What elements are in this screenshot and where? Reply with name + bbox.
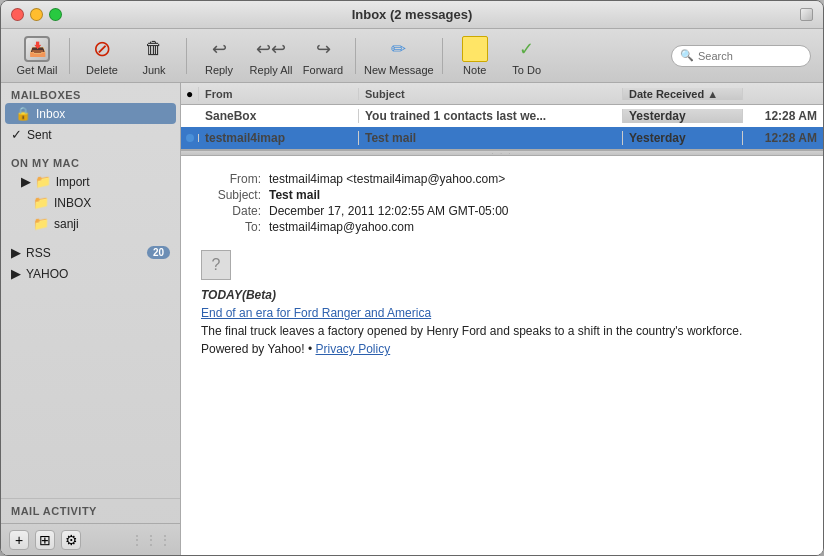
email-row-1[interactable]: SaneBox You trained 1 contacts last we..… [181,105,823,127]
settings-button[interactable]: ⚙ [61,530,81,550]
sidebar-item-inbox-local[interactable]: 📁 INBOX [1,192,180,213]
subject-2: Test mail [359,131,623,145]
col-header-from: From [199,88,359,100]
sort-arrow-icon: ▲ [707,88,718,100]
sidebar-item-import[interactable]: ▶ 📁 Import [1,171,180,192]
search-box[interactable]: 🔍 [671,45,811,67]
sidebar-bottom: + ⊞ ⚙ ⋮⋮⋮ [1,523,180,555]
time-2: 12:28 AM [743,131,823,145]
main-window: Inbox (2 messages) 📥 Get Mail ⊘ Delete 🗑… [0,0,824,556]
rss-section: ▶ RSS 20 ▶ YAHOO [1,242,180,284]
date-2: Yesterday [623,131,743,145]
reply-button[interactable]: ↩ Reply [195,32,243,80]
close-button[interactable] [11,8,24,21]
subject-label: Subject: [201,188,261,202]
edit-mailbox-button[interactable]: ⊞ [35,530,55,550]
sidebar-item-sent[interactable]: ✓ Sent [1,124,180,145]
search-input[interactable] [698,50,802,62]
toolbar-separator-4 [442,38,443,74]
date-label: Date: [201,204,261,218]
reply-all-icon: ↩↩ [258,36,284,62]
toolbar-separator-1 [69,38,70,74]
mailboxes-label: MAILBOXES [1,83,180,103]
meta-subject-row: Subject: Test mail [201,188,803,202]
from-label: From: [201,172,261,186]
yahoo-expand-icon: ▶ [11,266,21,281]
from-1: SaneBox [199,109,359,123]
email-list-header: ● From Subject Date Received ▲ [181,83,823,105]
from-value: testmail4imap <testmail4imap@yahoo.com> [269,172,505,186]
inbox-folder-icon: 📁 [33,195,49,210]
article-body-para: The final truck leaves a factory opened … [201,324,803,338]
rss-expand-icon: ▶ [11,245,21,260]
delete-button[interactable]: ⊘ Delete [78,32,126,80]
inbox-lock-icon: 🔒 [15,106,31,121]
reply-icon: ↩ [206,36,232,62]
subject-1: You trained 1 contacts last we... [359,109,623,123]
email-body: ? TODAY(Beta) End of an era for Ford Ran… [201,250,803,356]
window-buttons [11,8,62,21]
sidebar-item-inbox[interactable]: 🔒 Inbox [5,103,176,124]
rss-badge: 20 [147,246,170,259]
unread-indicator-2 [181,134,199,142]
import-folder-icon: ▶ 📁 [21,174,51,189]
sent-check-icon: ✓ [11,127,22,142]
drag-handle: ⋮⋮⋮ [130,532,172,548]
email-row-2[interactable]: testmail4imap Test mail Yesterday 12:28 … [181,127,823,149]
email-preview: From: testmail4imap <testmail4imap@yahoo… [181,156,823,555]
unread-dot [186,134,194,142]
col-header-date: Date Received ▲ [623,88,743,100]
note-button[interactable]: Note [451,32,499,80]
window-title: Inbox (2 messages) [352,7,473,22]
delete-icon: ⊘ [89,36,115,62]
sidebar-spacer [1,284,180,498]
article-link[interactable]: End of an era for Ford Ranger and Americ… [201,306,431,320]
toolbar: 📥 Get Mail ⊘ Delete 🗑 Junk ↩ Reply ↩↩ Re… [1,29,823,83]
mail-activity-section: MAIL ACTIVITY [1,498,180,523]
junk-button[interactable]: 🗑 Junk [130,32,178,80]
on-my-mac-label: ON MY MAC [1,151,180,171]
search-icon: 🔍 [680,49,694,62]
sanji-folder-icon: 📁 [33,216,49,231]
sidebar: MAILBOXES 🔒 Inbox ✓ Sent ON MY MAC ▶ 📁 I… [1,83,181,555]
new-message-icon: ✏ [386,36,412,62]
sidebar-item-sanji[interactable]: 📁 sanji [1,213,180,234]
toolbar-separator-2 [186,38,187,74]
meta-to-row: To: testmail4imap@yahoo.com [201,220,803,234]
privacy-link[interactable]: Privacy Policy [316,342,391,356]
article-link-para: End of an era for Ford Ranger and Americ… [201,306,803,320]
footer-para: Powered by Yahoo! • Privacy Policy [201,342,803,356]
mail-activity-label: MAIL ACTIVITY [11,505,170,517]
add-mailbox-button[interactable]: + [9,530,29,550]
main-area: MAILBOXES 🔒 Inbox ✓ Sent ON MY MAC ▶ 📁 I… [1,83,823,555]
time-1: 12:28 AM [743,109,823,123]
date-value: December 17, 2011 12:02:55 AM GMT-05:00 [269,204,508,218]
reply-all-button[interactable]: ↩↩ Reply All [247,32,295,80]
todo-button[interactable]: ✓ To Do [503,32,551,80]
forward-icon: ↪ [310,36,336,62]
sidebar-item-yahoo[interactable]: ▶ YAHOO [1,263,180,284]
to-value: testmail4imap@yahoo.com [269,220,414,234]
get-mail-icon: 📥 [24,36,50,62]
todo-icon: ✓ [514,36,540,62]
get-mail-button[interactable]: 📥 Get Mail [13,32,61,80]
sidebar-item-rss[interactable]: ▶ RSS 20 [1,242,180,263]
toolbar-separator-3 [355,38,356,74]
maximize-button[interactable] [49,8,62,21]
forward-button[interactable]: ↪ Forward [299,32,347,80]
note-icon [462,36,488,62]
col-header-subject: Subject [359,88,623,100]
to-label: To: [201,220,261,234]
titlebar: Inbox (2 messages) [1,1,823,29]
email-image: ? [201,250,231,280]
meta-from-row: From: testmail4imap <testmail4imap@yahoo… [201,172,803,186]
minimize-button[interactable] [30,8,43,21]
date-1: Yesterday [623,109,743,123]
email-list: ● From Subject Date Received ▲ SaneBox Y… [181,83,823,150]
email-meta: From: testmail4imap <testmail4imap@yahoo… [201,172,803,234]
meta-date-row: Date: December 17, 2011 12:02:55 AM GMT-… [201,204,803,218]
from-2: testmail4imap [199,131,359,145]
subject-value: Test mail [269,188,320,202]
today-label: TODAY(Beta) [201,288,803,302]
new-message-button[interactable]: ✏ New Message [364,32,434,80]
